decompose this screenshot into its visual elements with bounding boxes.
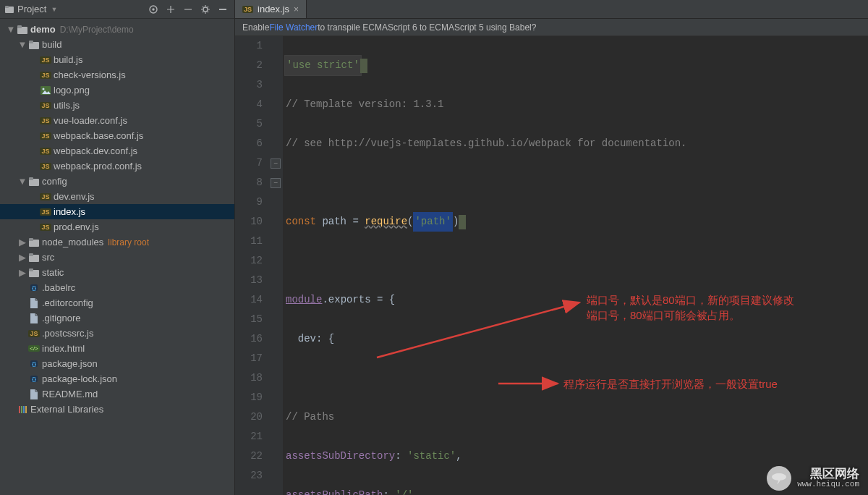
tree-item-label: package-lock.json <box>42 373 117 384</box>
tree-item[interactable]: README.md <box>0 386 234 402</box>
gutter-line[interactable]: 5 <box>235 114 263 134</box>
fold-strip[interactable]: − − <box>270 36 283 495</box>
dropdown-icon[interactable]: ▼ <box>51 6 57 13</box>
tree-item[interactable]: </>index.html <box>0 341 234 356</box>
svg-rect-13 <box>29 177 33 180</box>
code-body[interactable]: 'use strict' // Template version: 1.3.1 … <box>283 36 868 495</box>
gutter-line[interactable]: 16 <box>235 329 263 349</box>
gutter-line[interactable]: 2 <box>235 56 263 75</box>
project-tree[interactable]: ▼ demo D:\MyProject\demo ▼buildJSbuild.j… <box>0 19 234 495</box>
folder-file-icon <box>27 177 41 186</box>
fold-mark-icon[interactable]: − <box>271 158 281 169</box>
svg-rect-22 <box>23 406 25 413</box>
tree-item[interactable]: ▶node_moduleslibrary root <box>0 234 234 250</box>
chevron-right-icon[interactable]: ▶ <box>17 252 27 263</box>
tree-item[interactable]: .editorconfig <box>0 295 234 310</box>
tree-item[interactable]: ▼config <box>0 174 234 189</box>
external-libs-label: External Libraries <box>30 404 103 415</box>
tree-item[interactable]: .gitignore <box>0 310 234 326</box>
gutter-line[interactable]: 7 <box>235 153 263 173</box>
autoscroll-icon[interactable] <box>146 2 161 17</box>
gutter-line[interactable]: 17 <box>235 349 263 368</box>
expand-all-icon[interactable] <box>163 2 178 17</box>
gutter-line[interactable]: 11 <box>235 232 263 251</box>
gutter-line[interactable]: 20 <box>235 407 263 427</box>
code-text: dev: { <box>286 329 334 349</box>
gutter-line[interactable]: 23 <box>235 466 263 486</box>
tree-item-label: check-versions.js <box>54 69 126 80</box>
close-tab-icon[interactable]: × <box>294 4 299 14</box>
gutter-line[interactable]: 8 <box>235 173 263 192</box>
chevron-down-icon[interactable]: ▼ <box>17 176 27 187</box>
gear-icon[interactable] <box>198 2 213 17</box>
js-file-icon: JS <box>27 330 41 337</box>
js-file-icon: JS <box>39 132 52 140</box>
hide-icon[interactable] <box>216 2 230 17</box>
tree-item[interactable]: JSwebpack.dev.conf.js <box>0 143 234 158</box>
tree-item[interactable]: JSprod.env.js <box>0 219 234 234</box>
tree-item[interactable]: JSbuild.js <box>0 52 234 67</box>
file-watcher-link[interactable]: File Watcher <box>269 22 318 33</box>
external-libraries[interactable]: External Libraries <box>0 402 234 417</box>
gutter-line[interactable]: 12 <box>235 251 263 271</box>
tree-item-label: vue-loader.conf.js <box>54 115 127 126</box>
svg-point-11 <box>43 88 45 90</box>
tree-item-label: package.json <box>42 358 98 369</box>
svg-rect-23 <box>25 406 27 413</box>
fold-mark-icon[interactable]: − <box>271 178 281 188</box>
gutter-line[interactable]: 15 <box>235 310 263 329</box>
watermark-logo-icon <box>767 466 791 491</box>
tree-item[interactable]: ▶src <box>0 250 234 265</box>
tree-item[interactable]: logo.png <box>0 82 234 98</box>
chevron-down-icon[interactable]: ▼ <box>17 39 27 50</box>
tree-item-label: .gitignore <box>42 313 80 323</box>
sidebar-title[interactable]: Project <box>17 4 46 14</box>
tree-item[interactable]: JSutils.js <box>0 98 234 113</box>
gutter-line[interactable]: 18 <box>235 368 263 388</box>
file-watcher-infobar: Enable File Watcher to transpile ECMAScr… <box>235 19 868 36</box>
gutter-line[interactable]: 4 <box>235 95 263 114</box>
tree-item[interactable]: JSvue-loader.conf.js <box>0 113 234 128</box>
tree-item[interactable]: JSwebpack.base.conf.js <box>0 128 234 143</box>
js-file-icon: JS <box>39 224 52 231</box>
chevron-right-icon[interactable]: ▶ <box>17 237 27 248</box>
code-area[interactable]: 1234567891011121314151617181920212223 − … <box>235 36 868 495</box>
js-file-icon: JS <box>39 56 52 64</box>
line-gutter[interactable]: 1234567891011121314151617181920212223 <box>235 36 270 495</box>
gutter-line[interactable]: 1 <box>235 36 263 56</box>
tree-item[interactable]: JSwebpack.prod.conf.js <box>0 158 234 174</box>
infobar-prefix: Enable <box>242 22 269 33</box>
gutter-line[interactable]: 3 <box>235 75 263 95</box>
chevron-right-icon[interactable]: ▶ <box>17 267 27 278</box>
gutter-line[interactable]: 10 <box>235 212 263 232</box>
svg-rect-19 <box>29 268 33 271</box>
folder-icon <box>16 25 29 34</box>
gutter-line[interactable]: 14 <box>235 290 263 310</box>
folder-file-icon <box>27 238 41 247</box>
collapse-all-icon[interactable] <box>181 2 195 17</box>
gutter-line[interactable]: 13 <box>235 271 263 290</box>
chevron-down-icon[interactable]: ▼ <box>6 24 16 35</box>
folder-file-icon <box>27 268 41 277</box>
tree-item[interactable]: JSdev.env.js <box>0 189 234 204</box>
gutter-line[interactable]: 6 <box>235 134 263 153</box>
tree-item[interactable]: {}.babelrc <box>0 280 234 295</box>
code-text: '/' <box>395 486 413 495</box>
tree-root[interactable]: ▼ demo D:\MyProject\demo <box>0 22 234 37</box>
tree-item[interactable]: ▼build <box>0 37 234 52</box>
tree-item[interactable]: ▶static <box>0 265 234 280</box>
gutter-line[interactable]: 21 <box>235 427 263 447</box>
tree-item[interactable]: {}package-lock.json <box>0 371 234 386</box>
tree-item-label: utils.js <box>54 100 80 111</box>
watermark-subtitle: www.heiqu.com <box>797 481 859 488</box>
gutter-line[interactable]: 19 <box>235 388 263 407</box>
tree-item[interactable]: JSindex.js <box>0 204 234 219</box>
code-text: // Template version: 1.3.1 <box>286 95 443 114</box>
tree-item[interactable]: {}package.json <box>0 356 234 371</box>
tree-item[interactable]: JS.postcssrc.js <box>0 326 234 341</box>
gutter-line[interactable]: 9 <box>235 192 263 212</box>
js-file-icon: JS <box>39 163 52 170</box>
tab-index-js[interactable]: JS index.js × <box>235 0 307 18</box>
gutter-line[interactable]: 22 <box>235 447 263 466</box>
tree-item[interactable]: JScheck-versions.js <box>0 67 234 82</box>
